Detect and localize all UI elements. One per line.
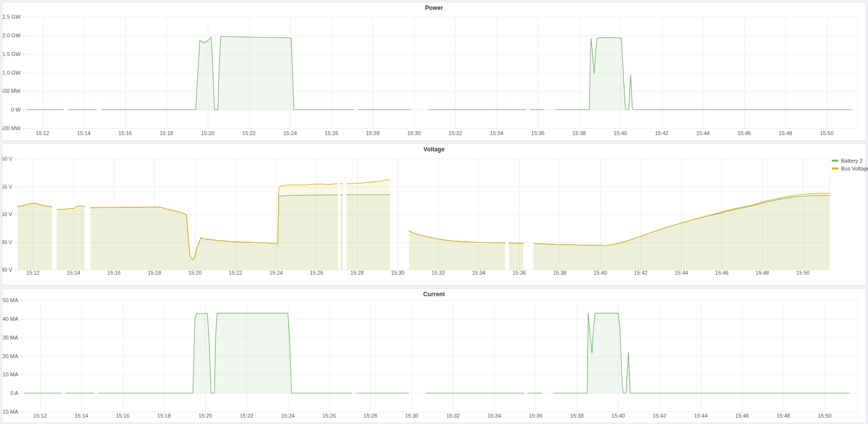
x-axis-label: 15:46 (735, 413, 749, 419)
legend-label: Bus Voltage (841, 166, 868, 171)
x-axis-label: 15:42 (655, 130, 669, 136)
x-axis-label: 15:30 (405, 413, 419, 419)
x-axis-label: 15:32 (448, 130, 462, 136)
x-axis-label: 15:26 (310, 270, 324, 276)
legend-item-battery-2[interactable]: Battery 2 (832, 158, 868, 164)
y-axis-label: 50 V (2, 211, 13, 217)
x-axis-label: 15:26 (322, 413, 336, 419)
y-axis-label: 2.0 GW (2, 32, 21, 38)
y-axis-label: 0 A (10, 390, 19, 396)
x-axis-label: 15:34 (472, 270, 486, 276)
x-axis-label: 15:28 (366, 130, 380, 136)
x-axis-label: 15:48 (779, 130, 792, 136)
y-axis-label: 1.0 GW (2, 70, 21, 76)
x-axis-label: 15:30 (407, 130, 421, 136)
x-axis-label: 15:16 (107, 270, 121, 276)
y-axis-label: 500 MW (2, 88, 21, 94)
y-axis-label: 10 MA (2, 371, 18, 377)
x-axis-label: 15:32 (431, 270, 445, 276)
x-axis-label: 15:50 (796, 270, 810, 276)
x-axis-label: 15:36 (531, 130, 545, 136)
current-plot-area[interactable] (24, 300, 858, 412)
x-axis-label: 15:34 (488, 413, 502, 419)
x-axis-label: 15:28 (364, 413, 377, 419)
x-axis-label: 15:32 (446, 413, 460, 419)
voltage-chart: 15:1215:1415:1615:1815:2015:2215:2415:26… (2, 144, 866, 284)
x-axis-label: 15:12 (33, 413, 47, 419)
x-axis-label: 15:46 (737, 130, 751, 136)
x-axis-label: 15:16 (116, 413, 130, 419)
y-axis-label: 30 MA (2, 335, 18, 340)
x-axis-label: 15:40 (612, 413, 625, 419)
x-axis-label: 15:24 (283, 130, 297, 136)
panel-title-current[interactable]: Current (2, 291, 866, 298)
x-axis-label: 15:44 (696, 130, 710, 136)
x-axis-label: 15:24 (269, 270, 283, 276)
x-axis-label: 15:36 (512, 270, 526, 276)
legend-swatch-icon (832, 168, 839, 170)
legend-item-bus-voltage[interactable]: Bus Voltage (832, 166, 868, 171)
x-axis-label: 15:38 (553, 270, 567, 276)
x-axis-label: 15:18 (157, 413, 171, 419)
x-axis-label: 15:22 (229, 270, 243, 276)
x-axis-label: 15:20 (198, 413, 212, 419)
legend-label: Battery 2 (841, 158, 863, 164)
y-axis-label: 2.5 GW (2, 14, 21, 20)
y-axis-label: 55 V (2, 184, 13, 190)
power-plot-area[interactable] (26, 17, 858, 128)
voltage-plot-area[interactable] (18, 159, 829, 270)
x-axis-label: 15:14 (67, 270, 81, 276)
x-axis-label: 15:14 (75, 413, 88, 419)
x-axis-label: 15:50 (820, 130, 834, 136)
x-axis-label: 15:16 (118, 130, 132, 136)
y-axis-label: 45 V (2, 239, 13, 245)
x-axis-label: 15:42 (653, 413, 667, 419)
y-axis-label: 1.5 GW (2, 51, 21, 57)
panel-title-power[interactable]: Power (2, 4, 866, 11)
x-axis-label: 15:42 (634, 270, 648, 276)
y-axis-label: 60 V (2, 156, 13, 162)
y-axis-label: 40 V (2, 267, 13, 273)
x-axis-label: 15:18 (160, 130, 173, 136)
x-axis-label: 15:24 (281, 413, 295, 419)
x-axis-label: 15:34 (490, 130, 504, 136)
x-axis-label: 15:14 (77, 130, 91, 136)
current-chart: 15:1215:1415:1615:1815:2015:2215:2415:26… (2, 289, 866, 422)
y-axis-label: 0 W (11, 107, 21, 113)
panel-current: Current 15:1215:1415:1615:1815:2015:2215… (2, 288, 866, 423)
y-axis-label: 50 MA (2, 297, 18, 303)
x-axis-label: 15:40 (593, 270, 607, 276)
x-axis-label: 15:30 (391, 270, 405, 276)
x-axis-label: 15:18 (148, 270, 162, 276)
legend-swatch-icon (832, 160, 839, 162)
panel-voltage: Voltage 15:1215:1415:1615:1815:2015:2215… (2, 143, 866, 285)
y-axis-label: 20 MA (2, 353, 18, 359)
x-axis-label: 15:46 (715, 270, 729, 276)
x-axis-label: 15:48 (756, 270, 769, 276)
x-axis-label: 15:50 (818, 413, 832, 419)
y-axis-label: -10 MA (2, 409, 19, 415)
x-axis-label: 15:38 (572, 130, 586, 136)
x-axis-label: 15:44 (694, 413, 708, 419)
y-axis-label: -500 MW (2, 125, 21, 131)
x-axis-label: 15:48 (777, 413, 790, 419)
x-axis-label: 15:12 (36, 130, 50, 136)
x-axis-label: 15:20 (188, 270, 202, 276)
panel-title-voltage[interactable]: Voltage (2, 146, 866, 153)
y-axis-label: 40 MA (2, 316, 18, 322)
x-axis-label: 15:36 (529, 413, 543, 419)
x-axis-label: 15:26 (325, 130, 338, 136)
x-axis-label: 15:38 (570, 413, 584, 419)
x-axis-label: 15:44 (674, 270, 688, 276)
x-axis-label: 15:20 (201, 130, 215, 136)
power-chart: 15:1215:1415:1615:1815:2015:2215:2415:26… (2, 2, 866, 139)
x-axis-label: 15:40 (614, 130, 627, 136)
panel-power: Power 15:1215:1415:1615:1815:2015:2215:2… (2, 2, 866, 141)
x-axis-label: 15:22 (242, 130, 256, 136)
grafana-dashboard: { "page": { "background_color": "#eff1f5… (0, 0, 868, 424)
x-axis-label: 15:12 (26, 270, 40, 276)
legend: Battery 2Bus Voltage (832, 158, 868, 171)
x-axis-label: 15:28 (350, 270, 364, 276)
x-axis-label: 15:22 (240, 413, 253, 419)
